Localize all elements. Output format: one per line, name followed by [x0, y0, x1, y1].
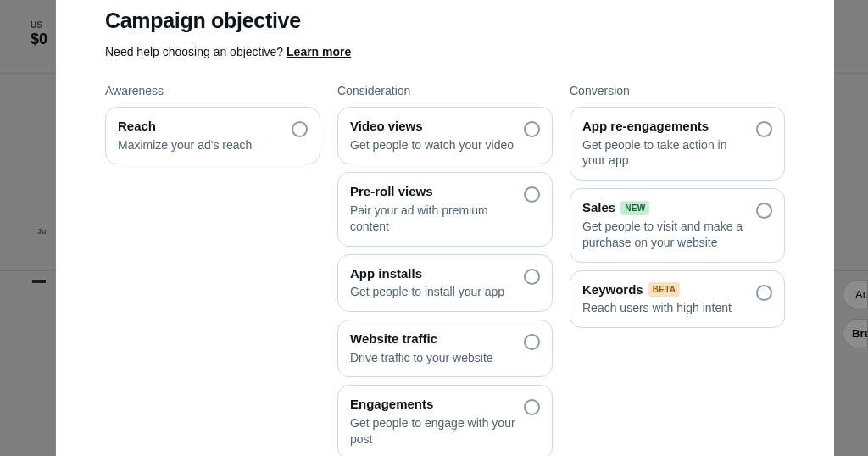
column-header-conversion: Conversion — [570, 84, 785, 97]
card-title: Sales NEW — [582, 199, 748, 216]
campaign-objective-modal: Campaign objective Need help choosing an… — [56, 0, 834, 456]
card-desc: Reach users with high intent — [582, 300, 748, 316]
card-title: App installs — [350, 265, 515, 282]
radio-icon — [756, 285, 772, 301]
help-line: Need help choosing an objective? Learn m… — [105, 45, 785, 58]
card-title-text: Sales — [582, 199, 615, 216]
new-badge: NEW — [620, 201, 649, 215]
card-desc: Get people to visit and make a purchase … — [582, 219, 748, 251]
card-title: Reach — [118, 118, 283, 135]
objective-reach[interactable]: Reach Maximize your ad's reach — [105, 107, 320, 164]
column-conversion: Conversion App re-engagements Get people… — [570, 84, 785, 456]
column-awareness: Awareness Reach Maximize your ad's reach — [105, 84, 320, 456]
help-text: Need help choosing an objective? — [105, 45, 287, 58]
objective-preroll-views[interactable]: Pre-roll views Pair your ad with premium… — [337, 172, 553, 246]
learn-more-link[interactable]: Learn more — [287, 45, 351, 58]
objective-app-installs[interactable]: App installs Get people to install your … — [337, 254, 553, 312]
radio-icon — [756, 121, 772, 137]
card-desc: Get people to install your app — [350, 284, 515, 300]
card-desc: Get people to take action in your app — [582, 137, 748, 170]
objective-sales[interactable]: Sales NEW Get people to visit and make a… — [570, 188, 785, 262]
objective-website-traffic[interactable]: Website traffic Drive traffic to your we… — [337, 320, 553, 377]
card-title: Pre-roll views — [350, 183, 515, 200]
radio-icon — [524, 399, 540, 415]
card-desc: Maximize your ad's reach — [118, 137, 283, 153]
card-title: Keywords BETA — [582, 281, 748, 298]
card-desc: Get people to watch your video — [350, 137, 515, 153]
column-header-consideration: Consideration — [337, 84, 553, 97]
objective-engagements[interactable]: Engagements Get people to engage with yo… — [337, 385, 553, 456]
card-title: Engagements — [350, 396, 515, 413]
modal-title: Campaign objective — [105, 8, 785, 33]
objective-app-reengagements[interactable]: App re-engagements Get people to take ac… — [570, 107, 785, 181]
radio-icon — [524, 334, 540, 350]
radio-icon — [524, 121, 540, 137]
card-desc: Pair your ad with premium content — [350, 203, 515, 235]
card-title-text: Keywords — [582, 281, 643, 298]
card-desc: Get people to engage with your post — [350, 415, 515, 448]
column-header-awareness: Awareness — [105, 84, 320, 97]
objective-video-views[interactable]: Video views Get people to watch your vid… — [337, 107, 553, 164]
radio-icon — [524, 269, 540, 285]
card-desc: Drive traffic to your website — [350, 350, 515, 366]
beta-badge: BETA — [648, 282, 681, 297]
card-title: Video views — [350, 118, 515, 135]
card-title: Website traffic — [350, 331, 515, 348]
radio-icon — [292, 121, 308, 137]
radio-icon — [524, 186, 540, 203]
objective-columns: Awareness Reach Maximize your ad's reach… — [105, 84, 785, 456]
objective-keywords[interactable]: Keywords BETA Reach users with high inte… — [570, 270, 785, 328]
radio-icon — [756, 203, 772, 219]
card-title: App re-engagements — [582, 118, 748, 135]
column-consideration: Consideration Video views Get people to … — [337, 84, 553, 456]
